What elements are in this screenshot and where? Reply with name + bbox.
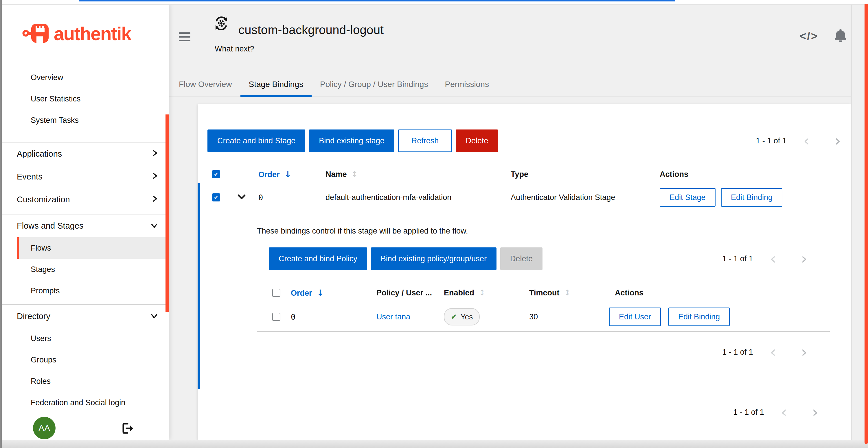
tab-stage-bindings[interactable]: Stage Bindings: [241, 72, 312, 97]
pagination-bottom: 1 - 1 of 1 ‹ ›: [733, 403, 818, 421]
pagination-range: 1 - 1 of 1: [756, 136, 787, 145]
column-header-type: Type: [511, 170, 528, 179]
sidebar-item-label: Flows and Stages: [17, 221, 84, 231]
sidebar-item-customization[interactable]: Customization: [2, 188, 169, 211]
api-code-icon[interactable]: </>: [800, 30, 818, 42]
sidebar-item-flows[interactable]: Flows: [17, 237, 169, 259]
row-checkbox[interactable]: [272, 313, 280, 321]
create-and-bind-stage-button[interactable]: Create and bind Stage: [208, 130, 305, 152]
page-scrollbar-thumb[interactable]: [865, 4, 868, 444]
column-header-policy-user: Policy / User ...: [376, 288, 432, 298]
sidebar-item-overview[interactable]: Overview: [2, 67, 169, 88]
next-page-icon[interactable]: ›: [812, 406, 818, 418]
sidebar-item-events[interactable]: Events: [2, 165, 169, 188]
sidebar-item-label: Users: [31, 334, 51, 343]
sidebar-item-flows-and-stages[interactable]: Flows and Stages: [2, 214, 169, 237]
sidebar-item-prompts[interactable]: Prompts: [2, 280, 169, 302]
chevron-right-icon: [152, 172, 158, 181]
select-all-checkbox[interactable]: ✔: [212, 170, 220, 178]
delete-button[interactable]: Delete: [456, 130, 498, 152]
column-header-timeout[interactable]: Timeout↕: [529, 288, 570, 298]
collapse-caret-icon[interactable]: [237, 193, 246, 202]
select-all-checkbox[interactable]: [272, 289, 280, 297]
window-left-scrollbar[interactable]: [0, 0, 2, 448]
cell-order: 0: [291, 312, 296, 321]
refresh-button[interactable]: Refresh: [398, 130, 452, 152]
tab-flow-overview[interactable]: Flow Overview: [170, 72, 241, 97]
tab-label: Policy / Group / User Bindings: [320, 80, 428, 89]
sidebar-item-label: System Tasks: [31, 116, 79, 125]
pagination-range: 1 - 1 of 1: [722, 348, 753, 357]
sort-icon: ↕: [564, 288, 571, 297]
sidebar-item-applications[interactable]: Applications: [2, 142, 169, 165]
sidebar-item-label: Groups: [31, 355, 56, 365]
sidebar-item-groups[interactable]: Groups: [2, 349, 169, 371]
tab-label: Flow Overview: [179, 80, 232, 89]
sort-icon: ↕: [479, 288, 486, 297]
sidebar-item-directory[interactable]: Directory: [2, 305, 169, 328]
chevron-down-icon: [151, 312, 158, 321]
policy-table-header: Order↓ Policy / User ... Enabled↕ Timeou…: [200, 284, 850, 301]
sidebar-item-users[interactable]: Users: [2, 328, 169, 349]
notifications-bell-icon[interactable]: [834, 28, 847, 44]
check-icon: ✔: [214, 195, 218, 200]
avatar[interactable]: AA: [33, 417, 56, 439]
logout-icon[interactable]: [122, 422, 134, 435]
edit-user-button[interactable]: Edit User: [609, 308, 661, 326]
next-page-icon[interactable]: ›: [801, 346, 807, 358]
column-header-name[interactable]: Name↕: [326, 170, 358, 179]
sidebar-item-label: Stages: [31, 265, 55, 274]
sidebar-item-label: Roles: [31, 377, 51, 386]
enabled-badge: ✔ Yes: [444, 308, 480, 325]
sidebar-item-label: Customization: [17, 195, 70, 204]
stage-table-header: ✔ Order↓ Name↕ Type Actions: [197, 166, 850, 183]
divider: [257, 331, 830, 332]
expanded-row-container: ✔ 0 default-authentication-mfa-validatio…: [197, 183, 850, 389]
sidebar: authentik Overview User Statistics Syste…: [2, 4, 169, 440]
bindings-description: These bindings control if this stage wil…: [257, 227, 468, 236]
column-header-actions: Actions: [615, 288, 644, 298]
next-page-icon[interactable]: ›: [801, 253, 807, 265]
pagination-range: 1 - 1 of 1: [722, 254, 753, 263]
sort-desc-icon: ↓: [317, 288, 324, 298]
row-checkbox[interactable]: ✔: [212, 193, 220, 202]
previous-page-icon[interactable]: ‹: [781, 406, 787, 418]
previous-page-icon[interactable]: ‹: [770, 253, 776, 265]
column-header-order[interactable]: Order↓: [291, 288, 324, 298]
menu-toggle-icon[interactable]: [179, 32, 190, 41]
main-content: custom-background-logout What next? </> …: [169, 4, 851, 440]
column-header-order[interactable]: Order↓: [258, 169, 291, 179]
sidebar-item-federation-social-login[interactable]: Federation and Social login: [2, 392, 169, 413]
edit-binding-button[interactable]: Edit Binding: [669, 308, 730, 326]
flow-icon: [213, 15, 230, 33]
next-page-icon[interactable]: ›: [834, 135, 841, 146]
delete-policy-binding-button[interactable]: Delete: [500, 247, 542, 270]
nested-pagination-top: 1 - 1 of 1 ‹ ›: [722, 247, 807, 270]
sidebar-item-roles[interactable]: Roles: [2, 371, 169, 392]
previous-page-icon[interactable]: ‹: [770, 346, 776, 358]
edit-stage-button[interactable]: Edit Stage: [660, 188, 715, 207]
window-bottom-edge: [0, 440, 868, 448]
edit-binding-button[interactable]: Edit Binding: [721, 188, 782, 207]
sidebar-scrollbar-thumb[interactable]: [165, 114, 169, 312]
sidebar-nav: Overview User Statistics System Tasks Ap…: [2, 63, 169, 413]
sidebar-item-system-tasks[interactable]: System Tasks: [2, 109, 169, 131]
create-and-bind-policy-button[interactable]: Create and bind Policy: [269, 247, 367, 270]
bind-existing-stage-button[interactable]: Bind existing stage: [309, 130, 394, 152]
user-link[interactable]: User tana: [376, 312, 410, 321]
bind-existing-policy-button[interactable]: Bind existing policy/group/user: [371, 247, 496, 270]
tab-policy-group-user-bindings[interactable]: Policy / Group / User Bindings: [312, 72, 437, 97]
tab-permissions[interactable]: Permissions: [436, 72, 497, 97]
stage-bindings-card: Create and bind Stage Bind existing stag…: [197, 104, 850, 440]
sidebar-item-stages[interactable]: Stages: [2, 259, 169, 280]
authentik-logo[interactable]: authentik: [2, 4, 169, 63]
sidebar-item-user-statistics[interactable]: User Statistics: [2, 88, 169, 109]
cell-timeout: 30: [529, 312, 538, 321]
column-header-enabled[interactable]: Enabled↕: [444, 288, 486, 298]
stage-bindings-toolbar: Create and bind Stage Bind existing stag…: [208, 130, 841, 152]
tab-label: Permissions: [445, 80, 489, 89]
cell-name: default-authentication-mfa-validation: [326, 193, 452, 202]
tab-label: Stage Bindings: [249, 80, 303, 89]
previous-page-icon[interactable]: ‹: [804, 135, 810, 146]
chevron-down-icon: [151, 221, 158, 231]
